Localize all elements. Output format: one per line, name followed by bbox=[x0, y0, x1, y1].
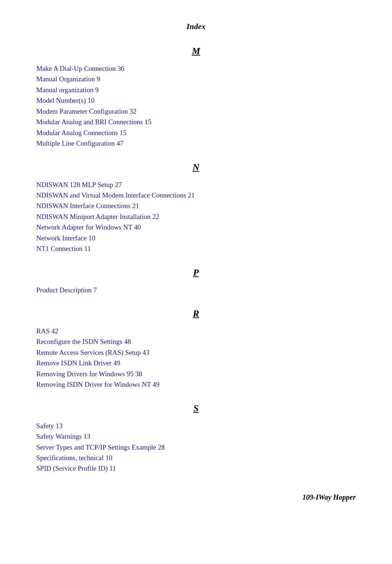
section-block-p: PProduct Description 7 bbox=[36, 267, 356, 295]
section-letter-n: N bbox=[36, 162, 356, 173]
section-block-m: MMake A Dial-Up Connection 36Manual Orga… bbox=[36, 46, 356, 149]
index-entry[interactable]: Specifications, technical 10 bbox=[36, 453, 356, 463]
index-entry[interactable]: Network Adapter for Windows NT 40 bbox=[36, 222, 356, 232]
section-block-n: NNDISWAN 128 MLP Setup 27NDISWAN and Vir… bbox=[36, 162, 356, 254]
page-title: Index bbox=[36, 22, 356, 31]
index-entry[interactable]: RAS 42 bbox=[36, 326, 356, 336]
index-entry[interactable]: SPID (Service Profile ID) 11 bbox=[36, 463, 356, 474]
index-entry[interactable]: Model Number(s) 10 bbox=[36, 95, 356, 106]
section-block-r: RRAS 42Reconfigure the ISDN Settings 48R… bbox=[36, 308, 356, 390]
index-entry[interactable]: Multiple Line Configuration 47 bbox=[36, 138, 356, 149]
section-letter-p: P bbox=[36, 267, 356, 278]
index-entries-n: NDISWAN 128 MLP Setup 27NDISWAN and Virt… bbox=[36, 179, 356, 254]
page-container: Index MMake A Dial-Up Connection 36Manua… bbox=[0, 0, 392, 516]
index-entries-m: Make A Dial-Up Connection 36Manual Organ… bbox=[36, 63, 356, 149]
index-entry[interactable]: Modem Parameter Configuration 32 bbox=[36, 106, 356, 117]
index-entries-p: Product Description 7 bbox=[36, 285, 356, 295]
index-entry[interactable]: Removing ISDN Driver for Windows NT 49 bbox=[36, 379, 356, 390]
index-entry[interactable]: Modular Analog and BRI Connections 15 bbox=[36, 117, 356, 127]
index-entry[interactable]: Manual Organization 9 bbox=[36, 74, 356, 84]
index-entry[interactable]: NDISWAN 128 MLP Setup 27 bbox=[36, 179, 356, 190]
section-letter-m: M bbox=[36, 46, 356, 57]
index-entry[interactable]: NDISWAN and Virtual Modem Interface Conn… bbox=[36, 190, 356, 200]
index-entry[interactable]: Make A Dial-Up Connection 36 bbox=[36, 63, 356, 74]
index-entry[interactable]: NDISWAN Miniport Adapter Installation 22 bbox=[36, 211, 356, 222]
section-letter-s: S bbox=[36, 403, 356, 414]
index-entry[interactable]: Remote Access Services (RAS) Setup 43 bbox=[36, 347, 356, 358]
index-entry[interactable]: Product Description 7 bbox=[36, 285, 356, 295]
index-entries-s: Safety 13Safety Warnings 13Server Types … bbox=[36, 421, 356, 474]
sections-container: MMake A Dial-Up Connection 36Manual Orga… bbox=[36, 46, 356, 474]
section-letter-r: R bbox=[36, 308, 356, 319]
footer-product: 109-IWay Hopper bbox=[302, 493, 356, 502]
index-entry[interactable]: Reconfigure the ISDN Settings 48 bbox=[36, 336, 356, 347]
index-entry[interactable]: Modular Analog Connections 15 bbox=[36, 127, 356, 138]
index-entry[interactable]: Removing Drivers for Windows 95 38 bbox=[36, 369, 356, 379]
index-entry[interactable]: NT1 Connection 11 bbox=[36, 243, 356, 254]
index-entry[interactable]: Safety 13 bbox=[36, 421, 356, 431]
index-entry[interactable]: Server Types and TCP/IP Settings Example… bbox=[36, 442, 356, 453]
index-entries-r: RAS 42Reconfigure the ISDN Settings 48Re… bbox=[36, 326, 356, 390]
index-entry[interactable]: Network Interface 10 bbox=[36, 233, 356, 243]
index-entry[interactable]: Manual organization 9 bbox=[36, 85, 356, 95]
index-entry[interactable]: NDISWAN Interface Connections 21 bbox=[36, 200, 356, 211]
section-block-s: SSafety 13Safety Warnings 13Server Types… bbox=[36, 403, 356, 474]
index-entry[interactable]: Remove ISDN Link Driver 49 bbox=[36, 358, 356, 368]
index-entry[interactable]: Safety Warnings 13 bbox=[36, 431, 356, 442]
